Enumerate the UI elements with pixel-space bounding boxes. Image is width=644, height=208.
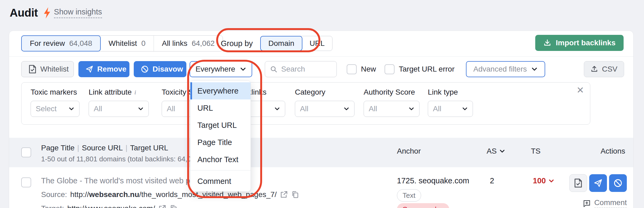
menu-item-comment[interactable]: Comment	[190, 173, 251, 190]
row-anchor: 1725. seoquake.com	[397, 176, 469, 185]
new-checkbox[interactable]	[347, 64, 357, 74]
export-csv-button[interactable]: CSV	[584, 61, 624, 77]
menu-item-anchor-text[interactable]: Anchor Text	[190, 151, 251, 168]
target-url-text: http://www.seoquake.com/	[67, 204, 155, 208]
target-url-error-label: Target URL error	[399, 65, 454, 73]
page-header: Audit Show insights	[10, 6, 102, 19]
filter-authority-score: Authority Score All	[364, 88, 419, 117]
whitelist-button[interactable]: Whitelist	[21, 61, 74, 77]
authority-score-select[interactable]: All	[364, 101, 419, 117]
row-whitelist-button[interactable]	[569, 174, 587, 192]
filter-link-type: Link type All	[428, 88, 473, 117]
copy-icon[interactable]	[169, 205, 178, 208]
close-icon[interactable]: ✕	[577, 85, 584, 95]
anchor-type-badge: Text	[397, 189, 421, 202]
group-by-domain[interactable]: Domain	[260, 36, 302, 51]
sort-chevron-down-icon	[499, 148, 505, 154]
row-disavow-button[interactable]	[609, 174, 627, 192]
chevron-down-icon	[548, 178, 554, 184]
copy-icon[interactable]	[291, 191, 299, 199]
info-icon[interactable]: i	[134, 89, 136, 96]
search-input[interactable]	[281, 65, 330, 73]
chevron-down-icon	[408, 106, 414, 112]
filter-category: Category All	[295, 88, 354, 117]
group-by: Group by Domain URL	[221, 35, 332, 51]
show-insights[interactable]: Show insights	[43, 7, 102, 18]
table-header: Page Title|Source URL|Target URL 1-50 ou…	[9, 138, 633, 167]
import-backlinks-button[interactable]: Import backlinks	[535, 35, 624, 51]
column-anchor: Anchor	[397, 147, 421, 155]
menu-item-target-url[interactable]: Target URL	[190, 117, 251, 134]
row-comment-link[interactable]: Comment	[583, 198, 627, 208]
lightning-icon	[43, 7, 51, 18]
category-select[interactable]: All	[295, 101, 354, 117]
header-divider	[9, 56, 633, 57]
new-checkbox-label: New	[361, 65, 376, 73]
chevron-down-icon	[68, 106, 74, 112]
chevron-down-icon	[138, 106, 144, 112]
show-insights-label[interactable]: Show insights	[54, 8, 102, 18]
row-source-url: Source: http://websearch.nu/the_worlds_m…	[41, 190, 299, 199]
filter-link-attribute: Link attribute i All	[89, 88, 149, 117]
whitelist-doc-check-icon	[28, 65, 37, 74]
filters-panel: Toxic markers Select Link attribute i Al…	[21, 82, 590, 125]
toxic-markers-select[interactable]: Select	[31, 101, 79, 117]
chevron-down-icon	[240, 66, 246, 72]
toolbar: Whitelist Remove Disavow Everywhere	[21, 61, 624, 77]
tab-whitelist-count: 0	[141, 39, 146, 48]
link-type-select[interactable]: All	[428, 101, 473, 117]
chevron-down-icon	[274, 106, 280, 112]
row-ts-value[interactable]: 100	[533, 176, 554, 185]
tab-for-review[interactable]: For review 64,048	[21, 35, 101, 51]
menu-separator	[190, 170, 251, 170]
group-by-label: Group by	[221, 39, 253, 48]
upload-icon	[591, 65, 598, 73]
row-as-value: 2	[490, 176, 494, 185]
audit-card: For review 64,048 Whitelist 0 All links …	[9, 31, 634, 208]
comment-plus-icon	[583, 199, 591, 208]
group-by-url[interactable]: URL	[302, 36, 332, 51]
review-tabset: For review 64,048 Whitelist 0 All links …	[21, 35, 223, 51]
target-url-error-checkbox[interactable]	[385, 64, 395, 74]
external-link-icon[interactable]	[158, 205, 166, 208]
search-scope-menu: Everywhere URL Target URL Page Title Anc…	[190, 80, 251, 192]
menu-item-everywhere[interactable]: Everywhere	[190, 82, 251, 99]
compound-badge[interactable]: Compound	[397, 203, 449, 208]
disavow-button[interactable]: Disavow	[134, 61, 186, 77]
table-row: The Globe - The world's most visited web…	[9, 167, 633, 208]
chevron-down-icon	[343, 106, 349, 112]
link-attribute-select[interactable]: All	[89, 101, 149, 117]
menu-item-url[interactable]: URL	[190, 99, 251, 117]
tab-all-links-count: 64,062	[192, 39, 215, 48]
remove-button[interactable]: Remove	[78, 61, 129, 77]
external-link-icon[interactable]	[280, 191, 288, 199]
search-icon	[270, 65, 277, 73]
filter-toxic-markers: Toxic markers Select	[31, 88, 79, 117]
tab-all-links[interactable]: All links 64,062	[154, 36, 223, 51]
download-icon	[543, 39, 551, 47]
group-by-toggle: Domain URL	[260, 36, 332, 51]
tab-for-review-count: 64,048	[69, 39, 92, 48]
search-box	[265, 61, 337, 77]
advanced-filters-button[interactable]: Advanced filters	[466, 61, 545, 77]
row-remove-button[interactable]	[589, 174, 607, 192]
no-entry-icon	[141, 65, 149, 73]
page-title: Audit	[10, 6, 38, 19]
paper-plane-icon	[85, 65, 93, 73]
row-checkbox[interactable]	[21, 177, 31, 187]
select-all-checkbox[interactable]	[21, 147, 31, 157]
menu-item-page-title[interactable]: Page Title	[190, 134, 251, 151]
table-header-title: Page Title|Source URL|Target URL	[41, 144, 168, 152]
row-page-title: The Globe - The world's most visited web…	[41, 176, 207, 185]
chevron-down-icon	[439, 207, 444, 208]
column-ts: TS	[531, 147, 541, 155]
row-target-url: Target: http://www.seoquake.com/	[41, 204, 178, 208]
search-scope-dropdown[interactable]: Everywhere	[190, 61, 252, 77]
tab-whitelist[interactable]: Whitelist 0	[100, 36, 153, 51]
chevron-down-icon	[531, 66, 538, 72]
chevron-down-icon	[462, 106, 468, 112]
table-header-subtitle: 1-50 out of 11,801 domains (total backli…	[41, 155, 201, 163]
column-actions: Actions	[600, 147, 625, 155]
column-as-sort[interactable]: AS	[487, 147, 505, 155]
